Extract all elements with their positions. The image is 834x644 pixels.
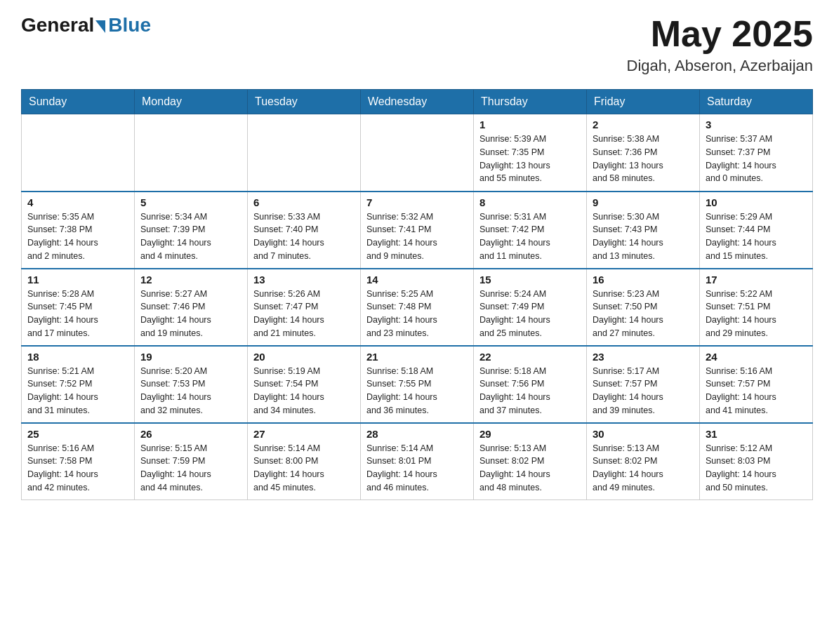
day-info: Sunrise: 5:17 AM Sunset: 7:57 PM Dayligh… [593,365,694,417]
location-title: Digah, Abseron, Azerbaijan [627,57,813,75]
logo-text: General Blue [21,14,151,36]
day-info: Sunrise: 5:33 AM Sunset: 7:40 PM Dayligh… [253,210,355,263]
col-saturday: Saturday [700,90,813,114]
table-row: 30Sunrise: 5:13 AM Sunset: 8:02 PM Dayli… [587,423,700,500]
day-info: Sunrise: 5:26 AM Sunset: 7:47 PM Dayligh… [253,288,355,340]
day-number: 29 [479,428,581,440]
day-number: 15 [479,274,581,286]
day-info: Sunrise: 5:13 AM Sunset: 8:02 PM Dayligh… [593,442,694,495]
table-row: 31Sunrise: 5:12 AM Sunset: 8:03 PM Dayli… [700,423,813,500]
day-number: 26 [140,428,241,440]
day-info: Sunrise: 5:24 AM Sunset: 7:49 PM Dayligh… [479,288,581,340]
day-info: Sunrise: 5:13 AM Sunset: 8:02 PM Dayligh… [479,442,581,495]
calendar-header-row: Sunday Monday Tuesday Wednesday Thursday… [22,90,813,114]
col-thursday: Thursday [474,90,587,114]
day-number: 16 [593,274,694,286]
day-number: 25 [27,428,128,440]
table-row: 6Sunrise: 5:33 AM Sunset: 7:40 PM Daylig… [248,192,361,269]
table-row [361,114,474,192]
day-info: Sunrise: 5:37 AM Sunset: 7:37 PM Dayligh… [706,133,807,185]
calendar-week-row: 18Sunrise: 5:21 AM Sunset: 7:52 PM Dayli… [22,346,813,423]
day-info: Sunrise: 5:14 AM Sunset: 8:00 PM Dayligh… [253,442,355,495]
day-number: 20 [253,351,355,363]
day-info: Sunrise: 5:19 AM Sunset: 7:54 PM Dayligh… [253,365,355,417]
day-info: Sunrise: 5:39 AM Sunset: 7:35 PM Dayligh… [479,133,581,185]
day-number: 12 [140,274,241,286]
day-info: Sunrise: 5:38 AM Sunset: 7:36 PM Dayligh… [593,133,694,185]
day-number: 23 [593,351,694,363]
day-info: Sunrise: 5:29 AM Sunset: 7:44 PM Dayligh… [706,210,807,263]
day-info: Sunrise: 5:30 AM Sunset: 7:43 PM Dayligh… [593,210,694,263]
table-row: 11Sunrise: 5:28 AM Sunset: 7:45 PM Dayli… [22,269,135,346]
day-number: 2 [593,119,694,130]
table-row: 20Sunrise: 5:19 AM Sunset: 7:54 PM Dayli… [248,346,361,423]
day-number: 30 [593,428,694,440]
day-number: 27 [253,428,355,440]
table-row [22,114,135,192]
day-info: Sunrise: 5:27 AM Sunset: 7:46 PM Dayligh… [140,288,241,340]
table-row [248,114,361,192]
day-number: 19 [140,351,241,363]
table-row: 22Sunrise: 5:18 AM Sunset: 7:56 PM Dayli… [474,346,587,423]
table-row: 4Sunrise: 5:35 AM Sunset: 7:38 PM Daylig… [22,192,135,269]
day-number: 22 [479,351,581,363]
day-number: 9 [593,196,694,208]
day-number: 11 [27,274,128,286]
day-number: 31 [706,428,807,440]
day-info: Sunrise: 5:31 AM Sunset: 7:42 PM Dayligh… [479,210,581,263]
day-info: Sunrise: 5:35 AM Sunset: 7:38 PM Dayligh… [27,210,128,263]
table-row: 17Sunrise: 5:22 AM Sunset: 7:51 PM Dayli… [700,269,813,346]
table-row: 19Sunrise: 5:20 AM Sunset: 7:53 PM Dayli… [135,346,248,423]
day-info: Sunrise: 5:18 AM Sunset: 7:55 PM Dayligh… [366,365,468,417]
day-info: Sunrise: 5:20 AM Sunset: 7:53 PM Dayligh… [140,365,241,417]
table-row: 2Sunrise: 5:38 AM Sunset: 7:36 PM Daylig… [587,114,700,192]
calendar-week-row: 11Sunrise: 5:28 AM Sunset: 7:45 PM Dayli… [22,269,813,346]
day-number: 7 [366,196,468,208]
day-number: 1 [479,119,581,130]
month-title: May 2025 [627,14,813,54]
table-row: 23Sunrise: 5:17 AM Sunset: 7:57 PM Dayli… [587,346,700,423]
logo: General Blue [21,14,151,36]
logo-arrow-icon [95,20,105,33]
table-row: 27Sunrise: 5:14 AM Sunset: 8:00 PM Dayli… [248,423,361,500]
day-number: 21 [366,351,468,363]
table-row: 21Sunrise: 5:18 AM Sunset: 7:55 PM Dayli… [361,346,474,423]
table-row: 3Sunrise: 5:37 AM Sunset: 7:37 PM Daylig… [700,114,813,192]
table-row [135,114,248,192]
col-monday: Monday [135,90,248,114]
col-friday: Friday [587,90,700,114]
day-number: 5 [140,196,241,208]
table-row: 7Sunrise: 5:32 AM Sunset: 7:41 PM Daylig… [361,192,474,269]
day-number: 4 [27,196,128,208]
day-info: Sunrise: 5:22 AM Sunset: 7:51 PM Dayligh… [706,288,807,340]
day-info: Sunrise: 5:23 AM Sunset: 7:50 PM Dayligh… [593,288,694,340]
day-info: Sunrise: 5:16 AM Sunset: 7:57 PM Dayligh… [706,365,807,417]
day-number: 24 [706,351,807,363]
table-row: 10Sunrise: 5:29 AM Sunset: 7:44 PM Dayli… [700,192,813,269]
day-number: 13 [253,274,355,286]
logo-blue-text: Blue [108,14,151,36]
day-number: 18 [27,351,128,363]
table-row: 1Sunrise: 5:39 AM Sunset: 7:35 PM Daylig… [474,114,587,192]
day-info: Sunrise: 5:25 AM Sunset: 7:48 PM Dayligh… [366,288,468,340]
day-info: Sunrise: 5:18 AM Sunset: 7:56 PM Dayligh… [479,365,581,417]
col-tuesday: Tuesday [248,90,361,114]
col-wednesday: Wednesday [361,90,474,114]
day-number: 6 [253,196,355,208]
table-row: 24Sunrise: 5:16 AM Sunset: 7:57 PM Dayli… [700,346,813,423]
table-row: 15Sunrise: 5:24 AM Sunset: 7:49 PM Dayli… [474,269,587,346]
day-info: Sunrise: 5:15 AM Sunset: 7:59 PM Dayligh… [140,442,241,495]
day-info: Sunrise: 5:16 AM Sunset: 7:58 PM Dayligh… [27,442,128,495]
day-info: Sunrise: 5:34 AM Sunset: 7:39 PM Dayligh… [140,210,241,263]
day-info: Sunrise: 5:32 AM Sunset: 7:41 PM Dayligh… [366,210,468,263]
day-info: Sunrise: 5:28 AM Sunset: 7:45 PM Dayligh… [27,288,128,340]
calendar-table: Sunday Monday Tuesday Wednesday Thursday… [21,89,813,500]
day-info: Sunrise: 5:12 AM Sunset: 8:03 PM Dayligh… [706,442,807,495]
day-info: Sunrise: 5:14 AM Sunset: 8:01 PM Dayligh… [366,442,468,495]
table-row: 12Sunrise: 5:27 AM Sunset: 7:46 PM Dayli… [135,269,248,346]
day-number: 10 [706,196,807,208]
day-number: 8 [479,196,581,208]
day-number: 3 [706,119,807,130]
logo-general-text: General [21,14,94,36]
day-number: 14 [366,274,468,286]
